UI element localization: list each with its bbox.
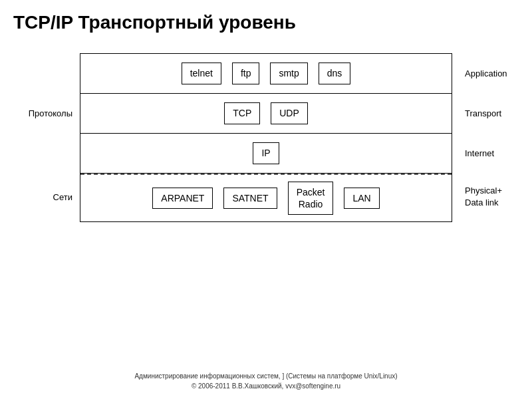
proto-smtp: smtp [270, 63, 307, 84]
proto-arpanet: ARPANET [152, 188, 213, 209]
proto-dns: dns [319, 63, 351, 84]
footer-line1: Администрирование информационных систем,… [0, 371, 532, 381]
proto-tcp: TCP [224, 102, 260, 124]
diagram-container: telnet ftp smtp dns TCP UDP IP ARPANET S… [80, 53, 452, 222]
internet-row: IP [80, 134, 452, 174]
proto-lan: LAN [344, 188, 379, 209]
left-label-protocols: Протоколы [13, 53, 76, 173]
proto-udp: UDP [271, 102, 308, 124]
right-label-physical: Physical+ Data link [462, 173, 532, 221]
transport-row: TCP UDP [80, 94, 452, 134]
footer-line2: © 2006-2011 В.В.Хашковский, vvx@softengi… [0, 381, 532, 391]
right-label-internet: Internet [462, 133, 532, 173]
right-label-application: Application [462, 53, 532, 93]
left-label-networks: Сети [13, 173, 76, 221]
proto-ip: IP [253, 142, 279, 164]
right-label-transport: Transport [462, 93, 532, 133]
proto-packet-radio: Packet Radio [288, 182, 334, 215]
right-labels: Application Transport Internet Physical+… [462, 53, 532, 221]
application-row: telnet ftp smtp dns [80, 54, 452, 94]
proto-ftp: ftp [232, 63, 260, 84]
proto-telnet: telnet [182, 63, 221, 84]
footer: Администрирование информационных систем,… [0, 371, 532, 391]
physical-row: ARPANET SATNET Packet Radio LAN [80, 174, 452, 221]
page-title: TCP/IP Транспортный уровень [13, 12, 296, 33]
left-labels: Протоколы Сети [13, 53, 76, 221]
outer-box: telnet ftp smtp dns TCP UDP IP ARPANET S… [80, 53, 452, 222]
proto-satnet: SATNET [223, 188, 277, 209]
